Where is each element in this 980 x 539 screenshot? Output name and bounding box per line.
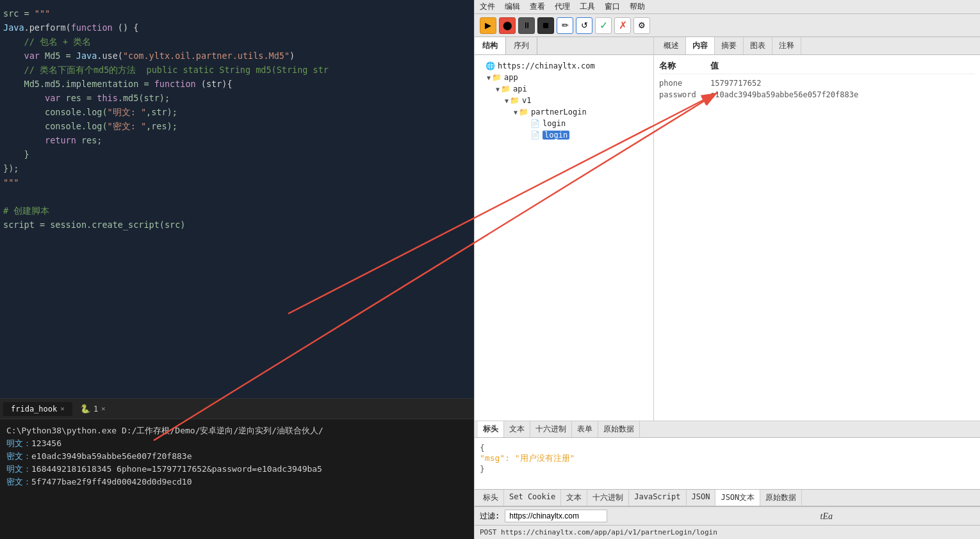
- burp-suite-panel: 文件编辑查看代理工具窗口帮助 ▶ ⬤ ⏸ ⏹ ✏ ↺ ✓ ✗ ⚙ 结构序列 🌐 …: [474, 0, 980, 539]
- tab-close-icon[interactable]: ×: [101, 405, 106, 413]
- terminal-tab-1[interactable]: 🐍 1 ×: [72, 401, 113, 416]
- json-content: { "msg": "用户没有注册"}: [475, 438, 980, 489]
- tree-label: login: [543, 119, 566, 128]
- json-line: "msg": "用户没有注册": [480, 453, 975, 464]
- menu-item[interactable]: 窗口: [605, 1, 620, 12]
- content-tab[interactable]: 内容: [686, 37, 715, 54]
- code-line: }: [0, 147, 474, 161]
- burp-sidebar: 结构序列 🌐 https://chinayltx.com ▼ 📁 app ▼ 📁…: [475, 37, 654, 421]
- menu-item[interactable]: 工具: [580, 1, 595, 12]
- content-tab[interactable]: 图表: [744, 37, 772, 54]
- tree-icon: 📁: [510, 96, 519, 105]
- menu-item[interactable]: 查看: [530, 1, 545, 12]
- record-btn[interactable]: ⬤: [499, 17, 516, 34]
- prop-value: 15797717652: [710, 79, 761, 88]
- burp-content-panel: 概述内容摘要图表注释 名称 值 phone 15797717652 passwo…: [654, 37, 980, 421]
- col-value-header: 值: [710, 60, 719, 72]
- content-tab[interactable]: 注释: [772, 37, 801, 54]
- response-tabs-bar: 标头Set Cookie文本十六进制JavaScriptJSONJSON文本原始…: [475, 489, 980, 506]
- code-line: // 类名下面有个md5的方法 public static String md5…: [0, 63, 474, 77]
- prop-header: 名称 值: [659, 60, 975, 74]
- tree-icon: 📄: [530, 131, 540, 140]
- tab-close-icon[interactable]: ×: [60, 405, 65, 413]
- tree-item[interactable]: 📄 login: [478, 118, 650, 129]
- tree-label: app: [504, 73, 518, 82]
- prop-name: password: [659, 90, 710, 99]
- menu-item[interactable]: 编辑: [505, 1, 520, 12]
- response-tab[interactable]: 文本: [561, 490, 587, 506]
- code-area: src = """ Java.perform(function () { // …: [0, 0, 474, 398]
- json-line: {: [480, 443, 975, 453]
- prop-row: phone 15797717652: [659, 77, 975, 89]
- terminal-area: frida_hook × 🐍 1 × C:\Python38\python.ex…: [0, 398, 474, 539]
- tree-item[interactable]: 🌐 https://chinayltx.com: [478, 60, 650, 72]
- terminal-line: 明文：1684492181618345 6phone=15797717652&p…: [6, 463, 468, 476]
- code-line: """: [0, 175, 474, 189]
- tree-item[interactable]: ▼ 📁 api: [478, 83, 650, 95]
- properties-table: 名称 值 phone 15797717652 password e10adc39…: [654, 55, 980, 106]
- sidebar-tab[interactable]: 结构: [475, 37, 506, 54]
- sidebar-tab[interactable]: 序列: [506, 37, 537, 54]
- content-tab[interactable]: 摘要: [715, 37, 744, 54]
- terminal-tabs: frida_hook × 🐍 1 ×: [0, 399, 474, 419]
- code-line: var res = this.md5(str);: [0, 91, 474, 105]
- tree-label: partnerLogin: [531, 108, 587, 117]
- terminal-content: C:\Python38\python.exe D:/工作存根/Demo/安卓逆向…: [0, 419, 474, 494]
- json-line: }: [480, 464, 975, 474]
- response-tab[interactable]: 标头: [478, 490, 504, 506]
- tree-item[interactable]: ▼ 📁 partnerLogin: [478, 106, 650, 118]
- menu-item[interactable]: 文件: [480, 1, 495, 12]
- prop-value: e10adc3949ba59abbe56e057f20f883e: [710, 90, 858, 99]
- tab-label: 1: [94, 405, 98, 414]
- response-tab[interactable]: JavaScript: [629, 490, 686, 506]
- pen-btn[interactable]: ✏: [557, 17, 573, 34]
- sidebar-tabs: 结构序列: [475, 37, 653, 55]
- stop-btn[interactable]: ⏹: [537, 17, 554, 34]
- code-line: return res;: [0, 133, 474, 147]
- tree-content: 🌐 https://chinayltx.com ▼ 📁 app ▼ 📁 api …: [475, 55, 653, 421]
- code-line: Md5.md5.implementation = function (str){: [0, 77, 474, 91]
- tree-item[interactable]: ▼ 📁 v1: [478, 95, 650, 106]
- terminal-line: 密文：5f7477bae2f9ff49d000420d0d9ecd10: [6, 476, 468, 488]
- response-tab[interactable]: Set Cookie: [504, 490, 561, 506]
- menu-item[interactable]: 帮助: [630, 1, 645, 12]
- code-line: script = session.create_script(src): [0, 218, 474, 232]
- bottom-tab[interactable]: 标头: [478, 421, 504, 437]
- code-line: console.log("明文: ",str);: [0, 105, 474, 119]
- bottom-tab[interactable]: 文本: [504, 421, 530, 437]
- toolbar: ▶ ⬤ ⏸ ⏹ ✏ ↺ ✓ ✗ ⚙: [475, 14, 980, 37]
- terminal-tab-frida[interactable]: frida_hook ×: [3, 402, 72, 416]
- bottom-tab[interactable]: 十六进制: [530, 421, 572, 437]
- tree-icon: 📁: [519, 108, 528, 117]
- content-tab[interactable]: 概述: [657, 37, 686, 54]
- tree-arrow-icon: ▼: [487, 74, 491, 81]
- arrow-tool-btn[interactable]: ▶: [480, 17, 496, 34]
- response-tab[interactable]: 十六进制: [587, 490, 629, 506]
- menu-bar: 文件编辑查看代理工具窗口帮助: [475, 0, 980, 14]
- tab-label: frida_hook: [11, 405, 57, 414]
- refresh-btn[interactable]: ↺: [576, 17, 592, 34]
- terminal-line: 明文：123456: [6, 437, 468, 450]
- tree-arrow-icon: ▼: [514, 109, 518, 116]
- filter-input[interactable]: [505, 510, 607, 522]
- check-btn[interactable]: ✓: [595, 17, 612, 34]
- tree-item[interactable]: ▼ 📁 app: [478, 72, 650, 83]
- response-tab[interactable]: JSON: [687, 490, 716, 506]
- code-line: src = """: [0, 6, 474, 20]
- pause-btn[interactable]: ⏸: [518, 17, 535, 34]
- status-text: POST https://chinayltx.com/app/api/v1/pa…: [480, 528, 717, 536]
- cross-btn[interactable]: ✗: [614, 17, 631, 34]
- response-tab[interactable]: 原始数据: [760, 490, 802, 506]
- code-line: # 创建脚本: [0, 204, 474, 218]
- tree-item[interactable]: 📄 login: [478, 129, 650, 141]
- response-tab[interactable]: JSON文本: [715, 490, 760, 506]
- bottom-tab[interactable]: 表单: [572, 421, 598, 437]
- status-bar: POST https://chinayltx.com/app/api/v1/pa…: [475, 525, 980, 539]
- terminal-line: C:\Python38\python.exe D:/工作存根/Demo/安卓逆向…: [6, 424, 468, 437]
- bottom-tab[interactable]: 原始数据: [598, 421, 640, 437]
- filter-label: 过滤:: [480, 511, 500, 522]
- filter-bar: 过滤:: [475, 506, 980, 525]
- content-tabs: 概述内容摘要图表注释: [654, 37, 980, 55]
- menu-item[interactable]: 代理: [555, 1, 570, 12]
- gear-btn[interactable]: ⚙: [633, 17, 650, 34]
